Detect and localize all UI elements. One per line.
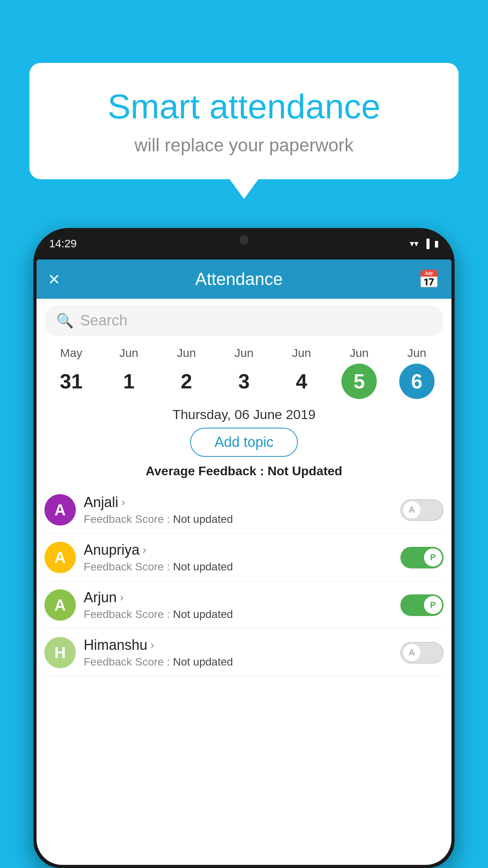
calendar-day-6[interactable]: Jun 6 [397, 346, 437, 399]
speech-bubble: Smart attendance will replace your paper… [29, 63, 459, 179]
student-feedback: Feedback Score : Not updated [84, 608, 393, 621]
toggle-on[interactable]: P [400, 547, 444, 568]
avg-feedback-value: Not Updated [268, 464, 342, 478]
student-info: Himanshu › Feedback Score : Not updated [84, 637, 393, 668]
app-title: Attendance [60, 269, 418, 289]
student-feedback: Feedback Score : Not updated [84, 513, 393, 526]
calendar-strip: May 31 Jun 1 Jun 2 Jun 3 Jun 4 Jun 5 [37, 342, 451, 399]
student-feedback: Feedback Score : Not updated [84, 656, 393, 668]
phone-notch: 14:29 ▾▾ ▐ ▮ [33, 228, 455, 259]
toggle-knob: A [403, 644, 421, 662]
search-icon: 🔍 [56, 313, 74, 329]
toggle-knob: A [403, 501, 421, 519]
avatar: A [44, 542, 76, 573]
month-label-2: Jun [177, 346, 196, 360]
status-time: 14:29 [49, 237, 77, 250]
calendar-day-0[interactable]: May 31 [51, 346, 91, 399]
phone-frame: 14:29 ▾▾ ▐ ▮ × Attendance 📅 🔍 Search May… [33, 228, 455, 868]
avatar: A [44, 589, 76, 621]
month-label-0: May [60, 346, 83, 360]
student-list: A Anjali › Feedback Score : Not updated … [37, 486, 451, 677]
attendance-toggle[interactable]: A [400, 642, 444, 664]
date-number-4[interactable]: 4 [284, 364, 319, 399]
month-label-3: Jun [235, 346, 253, 360]
chevron-right-icon: › [120, 591, 123, 604]
camera-dot [239, 235, 249, 245]
search-bar[interactable]: 🔍 Search [44, 305, 444, 336]
student-info: Arjun › Feedback Score : Not updated [84, 589, 393, 621]
attendance-toggle[interactable]: A [400, 499, 444, 521]
close-button[interactable]: × [48, 268, 60, 291]
date-number-2[interactable]: 2 [169, 364, 204, 399]
calendar-day-4[interactable]: Jun 4 [282, 346, 321, 399]
chevron-right-icon: › [143, 544, 146, 556]
date-number-3[interactable]: 3 [226, 364, 262, 399]
student-feedback: Feedback Score : Not updated [84, 561, 393, 573]
bubble-subtitle: will replace your paperwork [61, 134, 427, 156]
student-name: Anupriya › [84, 542, 393, 558]
month-label-1: Jun [119, 346, 138, 360]
student-name: Himanshu › [84, 637, 393, 653]
calendar-day-5[interactable]: Jun 5 [339, 346, 379, 399]
list-item[interactable]: H Himanshu › Feedback Score : Not update… [44, 629, 444, 677]
search-input[interactable]: Search [80, 312, 127, 329]
date-number-1[interactable]: 1 [111, 364, 147, 399]
phone-screen: × Attendance 📅 🔍 Search May 31 Jun 1 Jun… [37, 259, 451, 865]
calendar-day-1[interactable]: Jun 1 [109, 346, 149, 399]
student-name: Anjali › [84, 494, 393, 511]
avg-feedback-label: Average Feedback : [146, 464, 268, 478]
app-header: × Attendance 📅 [37, 259, 451, 299]
date-number-5[interactable]: 5 [341, 364, 377, 399]
add-topic-button[interactable]: Add topic [190, 428, 298, 457]
avatar: A [44, 494, 76, 526]
student-info: Anupriya › Feedback Score : Not updated [84, 542, 393, 573]
toggle-off[interactable]: A [400, 642, 444, 664]
status-icons: ▾▾ ▐ ▮ [410, 239, 439, 249]
list-item[interactable]: A Arjun › Feedback Score : Not updated P [44, 581, 444, 629]
student-name: Arjun › [84, 589, 393, 606]
avatar: H [44, 637, 76, 668]
battery-icon: ▮ [434, 239, 439, 249]
chevron-right-icon: › [121, 496, 125, 509]
signal-icon: ▐ [423, 239, 429, 249]
date-number-0[interactable]: 31 [53, 364, 89, 399]
speech-bubble-container: Smart attendance will replace your paper… [29, 63, 459, 179]
list-item[interactable]: A Anjali › Feedback Score : Not updated … [44, 486, 444, 534]
month-label-4: Jun [292, 346, 311, 360]
bubble-title: Smart attendance [61, 86, 427, 127]
calendar-icon[interactable]: 📅 [418, 269, 440, 289]
toggle-knob: P [424, 596, 442, 614]
attendance-toggle[interactable]: P [400, 594, 444, 616]
calendar-day-2[interactable]: Jun 2 [167, 346, 206, 399]
list-item[interactable]: A Anupriya › Feedback Score : Not update… [44, 534, 444, 581]
toggle-knob: P [424, 548, 442, 566]
attendance-toggle[interactable]: P [400, 547, 444, 568]
toggle-on[interactable]: P [400, 594, 444, 616]
toggle-off[interactable]: A [400, 499, 444, 521]
selected-date: Thursday, 06 June 2019 [37, 407, 451, 422]
wifi-icon: ▾▾ [410, 239, 418, 249]
average-feedback: Average Feedback : Not Updated [37, 464, 451, 478]
month-label-6: Jun [407, 346, 426, 360]
date-number-6[interactable]: 6 [399, 364, 435, 399]
chevron-right-icon: › [150, 639, 154, 651]
month-label-5: Jun [350, 346, 369, 360]
notch-cutout [213, 228, 275, 252]
calendar-day-3[interactable]: Jun 3 [224, 346, 264, 399]
student-info: Anjali › Feedback Score : Not updated [84, 494, 393, 526]
